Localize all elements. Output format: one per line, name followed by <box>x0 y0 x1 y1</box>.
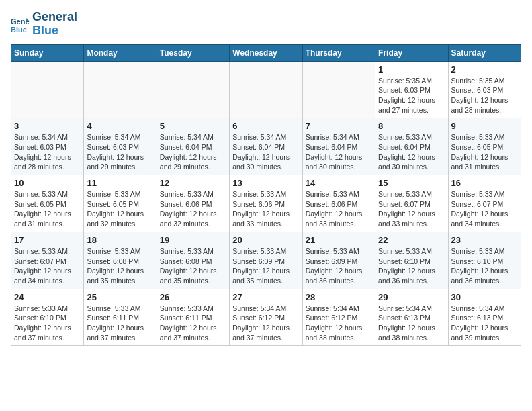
calendar-cell: 19Sunrise: 5:33 AM Sunset: 6:08 PM Dayli… <box>157 232 229 289</box>
day-info: Sunrise: 5:33 AM Sunset: 6:05 PM Dayligh… <box>451 132 518 172</box>
day-number: 2 <box>451 64 518 75</box>
calendar-cell: 21Sunrise: 5:33 AM Sunset: 6:09 PM Dayli… <box>302 232 375 289</box>
calendar-cell: 4Sunrise: 5:34 AM Sunset: 6:03 PM Daylig… <box>84 118 157 175</box>
day-number: 19 <box>160 235 226 245</box>
calendar-cell: 15Sunrise: 5:33 AM Sunset: 6:07 PM Dayli… <box>375 175 448 232</box>
day-info: Sunrise: 5:34 AM Sunset: 6:03 PM Dayligh… <box>14 132 81 172</box>
day-number: 7 <box>306 121 372 131</box>
svg-text:Blue: Blue <box>11 26 27 34</box>
day-number: 28 <box>306 292 372 302</box>
day-number: 18 <box>87 235 153 245</box>
calendar-cell: 3Sunrise: 5:34 AM Sunset: 6:03 PM Daylig… <box>11 118 84 175</box>
day-number: 27 <box>232 292 299 302</box>
logo: General Blue General Blue <box>11 11 77 38</box>
day-info: Sunrise: 5:33 AM Sunset: 6:11 PM Dayligh… <box>87 304 153 343</box>
day-info: Sunrise: 5:34 AM Sunset: 6:12 PM Dayligh… <box>232 304 299 343</box>
day-info: Sunrise: 5:33 AM Sunset: 6:10 PM Dayligh… <box>14 304 81 343</box>
calendar-cell: 17Sunrise: 5:33 AM Sunset: 6:07 PM Dayli… <box>11 232 84 289</box>
calendar-cell: 10Sunrise: 5:33 AM Sunset: 6:05 PM Dayli… <box>11 175 84 232</box>
day-info: Sunrise: 5:35 AM Sunset: 6:03 PM Dayligh… <box>378 76 445 116</box>
day-number: 4 <box>87 121 153 131</box>
day-info: Sunrise: 5:33 AM Sunset: 6:08 PM Dayligh… <box>87 246 153 286</box>
day-info: Sunrise: 5:33 AM Sunset: 6:09 PM Dayligh… <box>232 246 299 286</box>
day-info: Sunrise: 5:34 AM Sunset: 6:04 PM Dayligh… <box>160 132 226 172</box>
calendar-cell <box>11 61 84 118</box>
calendar-cell: 5Sunrise: 5:34 AM Sunset: 6:04 PM Daylig… <box>157 118 229 175</box>
day-info: Sunrise: 5:34 AM Sunset: 6:13 PM Dayligh… <box>378 304 445 343</box>
day-info: Sunrise: 5:33 AM Sunset: 6:06 PM Dayligh… <box>160 189 226 229</box>
calendar-cell: 25Sunrise: 5:33 AM Sunset: 6:11 PM Dayli… <box>84 289 157 346</box>
day-number: 12 <box>160 178 226 188</box>
calendar-cell: 30Sunrise: 5:34 AM Sunset: 6:13 PM Dayli… <box>448 289 521 346</box>
weekday-header-sunday: Sunday <box>11 44 84 61</box>
day-number: 15 <box>378 178 445 188</box>
calendar-cell: 1Sunrise: 5:35 AM Sunset: 6:03 PM Daylig… <box>375 61 448 118</box>
day-number: 23 <box>451 235 518 245</box>
calendar-cell: 7Sunrise: 5:34 AM Sunset: 6:04 PM Daylig… <box>302 118 375 175</box>
weekday-header-friday: Friday <box>375 44 448 61</box>
day-number: 1 <box>378 64 445 75</box>
day-info: Sunrise: 5:33 AM Sunset: 6:07 PM Dayligh… <box>378 189 445 229</box>
day-number: 8 <box>378 121 445 131</box>
weekday-header-wednesday: Wednesday <box>230 44 302 61</box>
calendar-cell: 2Sunrise: 5:35 AM Sunset: 6:03 PM Daylig… <box>448 61 521 118</box>
calendar-cell: 24Sunrise: 5:33 AM Sunset: 6:10 PM Dayli… <box>11 289 84 346</box>
day-info: Sunrise: 5:34 AM Sunset: 6:04 PM Dayligh… <box>306 132 372 172</box>
calendar-cell: 16Sunrise: 5:33 AM Sunset: 6:07 PM Dayli… <box>448 175 521 232</box>
day-number: 22 <box>378 235 445 245</box>
day-number: 13 <box>232 178 299 188</box>
calendar-cell: 11Sunrise: 5:33 AM Sunset: 6:05 PM Dayli… <box>84 175 157 232</box>
day-number: 26 <box>160 292 226 302</box>
day-info: Sunrise: 5:34 AM Sunset: 6:03 PM Dayligh… <box>87 132 153 172</box>
calendar-cell: 27Sunrise: 5:34 AM Sunset: 6:12 PM Dayli… <box>230 289 302 346</box>
day-number: 16 <box>451 178 518 188</box>
day-info: Sunrise: 5:33 AM Sunset: 6:06 PM Dayligh… <box>232 189 299 229</box>
day-number: 11 <box>87 178 153 188</box>
calendar-cell: 14Sunrise: 5:33 AM Sunset: 6:06 PM Dayli… <box>302 175 375 232</box>
calendar-cell <box>157 61 229 118</box>
calendar-cell: 13Sunrise: 5:33 AM Sunset: 6:06 PM Dayli… <box>230 175 302 232</box>
day-info: Sunrise: 5:33 AM Sunset: 6:05 PM Dayligh… <box>14 189 81 229</box>
day-number: 25 <box>87 292 153 302</box>
calendar-cell: 26Sunrise: 5:33 AM Sunset: 6:11 PM Dayli… <box>157 289 229 346</box>
day-info: Sunrise: 5:33 AM Sunset: 6:05 PM Dayligh… <box>87 189 153 229</box>
day-info: Sunrise: 5:33 AM Sunset: 6:10 PM Dayligh… <box>378 246 445 286</box>
calendar-cell: 29Sunrise: 5:34 AM Sunset: 6:13 PM Dayli… <box>375 289 448 346</box>
calendar-cell: 8Sunrise: 5:33 AM Sunset: 6:04 PM Daylig… <box>375 118 448 175</box>
weekday-header-monday: Monday <box>84 44 157 61</box>
day-number: 14 <box>306 178 372 188</box>
day-info: Sunrise: 5:33 AM Sunset: 6:11 PM Dayligh… <box>160 304 226 343</box>
day-info: Sunrise: 5:35 AM Sunset: 6:03 PM Dayligh… <box>451 76 518 116</box>
day-number: 29 <box>378 292 445 302</box>
day-info: Sunrise: 5:33 AM Sunset: 6:10 PM Dayligh… <box>451 246 518 286</box>
calendar-cell <box>230 61 302 118</box>
day-info: Sunrise: 5:33 AM Sunset: 6:06 PM Dayligh… <box>306 189 372 229</box>
day-number: 20 <box>232 235 299 245</box>
day-info: Sunrise: 5:33 AM Sunset: 6:08 PM Dayligh… <box>160 246 226 286</box>
day-info: Sunrise: 5:33 AM Sunset: 6:04 PM Dayligh… <box>378 132 445 172</box>
calendar-table: SundayMondayTuesdayWednesdayThursdayFrid… <box>11 44 521 347</box>
weekday-header-saturday: Saturday <box>448 44 521 61</box>
weekday-header-tuesday: Tuesday <box>157 44 229 61</box>
day-number: 21 <box>306 235 372 245</box>
calendar-cell: 20Sunrise: 5:33 AM Sunset: 6:09 PM Dayli… <box>230 232 302 289</box>
calendar-cell: 12Sunrise: 5:33 AM Sunset: 6:06 PM Dayli… <box>157 175 229 232</box>
weekday-header-thursday: Thursday <box>302 44 375 61</box>
calendar-cell <box>84 61 157 118</box>
day-number: 30 <box>451 292 518 302</box>
day-info: Sunrise: 5:34 AM Sunset: 6:04 PM Dayligh… <box>232 132 299 172</box>
calendar-cell: 28Sunrise: 5:34 AM Sunset: 6:12 PM Dayli… <box>302 289 375 346</box>
day-info: Sunrise: 5:33 AM Sunset: 6:07 PM Dayligh… <box>14 246 81 286</box>
day-number: 6 <box>232 121 299 131</box>
day-number: 10 <box>14 178 81 188</box>
day-info: Sunrise: 5:34 AM Sunset: 6:13 PM Dayligh… <box>451 304 518 343</box>
calendar-cell: 22Sunrise: 5:33 AM Sunset: 6:10 PM Dayli… <box>375 232 448 289</box>
logo-general: General <box>32 11 77 24</box>
day-number: 9 <box>451 121 518 131</box>
calendar-cell: 9Sunrise: 5:33 AM Sunset: 6:05 PM Daylig… <box>448 118 521 175</box>
day-info: Sunrise: 5:34 AM Sunset: 6:12 PM Dayligh… <box>306 304 372 343</box>
day-info: Sunrise: 5:33 AM Sunset: 6:09 PM Dayligh… <box>306 246 372 286</box>
calendar-cell: 23Sunrise: 5:33 AM Sunset: 6:10 PM Dayli… <box>448 232 521 289</box>
day-number: 5 <box>160 121 226 131</box>
calendar-cell: 18Sunrise: 5:33 AM Sunset: 6:08 PM Dayli… <box>84 232 157 289</box>
